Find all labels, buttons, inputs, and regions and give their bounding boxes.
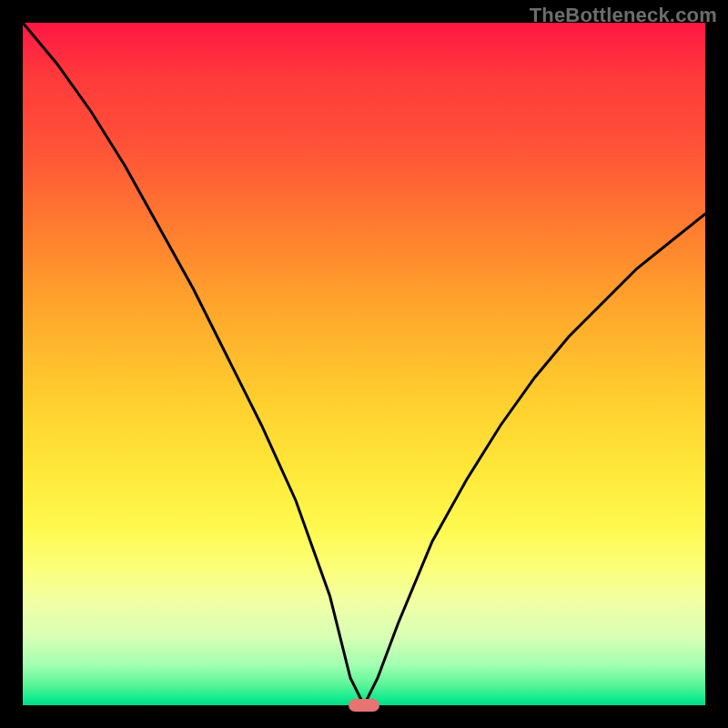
optimal-marker [349, 699, 379, 712]
bottleneck-curve-svg [23, 23, 705, 705]
watermark-text: TheBottleneck.com [530, 4, 717, 27]
chart-container: TheBottleneck.com [0, 0, 728, 728]
bottleneck-curve [23, 23, 705, 705]
